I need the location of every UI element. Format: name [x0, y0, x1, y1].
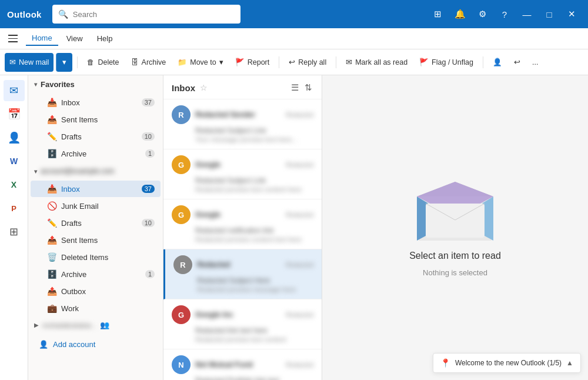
email-list-item[interactable]: R Redacted Sender Redacted Redacted Subj… [163, 99, 322, 149]
delete-button[interactable]: 🗑 Delete [82, 53, 123, 72]
account-chevron-icon: ▾ [34, 168, 37, 175]
second-account-header[interactable]: ▶ mohadabubakar... 👥 [28, 317, 163, 333]
report-icon: 🚩 [235, 58, 245, 66]
email-subject: Redacted notification link [172, 226, 313, 235]
more-button[interactable]: ... [527, 53, 543, 72]
report-button[interactable]: 🚩 Report [230, 53, 275, 72]
sidebar-item-outbox[interactable]: 📤 Outbox [31, 283, 161, 299]
drafts-fav-icon: ✏️ [47, 132, 56, 141]
people-nav-icon[interactable]: 👤 [4, 127, 25, 148]
favorites-label: Favorites [41, 80, 75, 89]
email-sender: Google Inc [195, 311, 281, 319]
email-list-item[interactable]: G Google Inc Redacted Redacted link text… [163, 299, 322, 349]
add-account-button[interactable]: 👤 Add account [31, 335, 161, 354]
hamburger-menu-button[interactable] [5, 31, 21, 47]
search-input[interactable] [73, 10, 235, 19]
new-mail-dropdown[interactable]: ▾ [56, 53, 72, 72]
sidebar-item-drafts[interactable]: ✏️ Drafts 10 [31, 215, 161, 231]
flag-unflag-button[interactable]: 🚩 Flag / Unflag [415, 53, 478, 72]
apps-nav-icon[interactable]: ⊞ [4, 221, 25, 242]
settings-icon-button[interactable]: ⚙ [473, 5, 492, 24]
email-list-item[interactable]: G Google Redacted Redacted notification … [163, 199, 322, 249]
email-list-item[interactable]: G Google Redacted Redacted Subject Link … [163, 149, 322, 199]
word-nav-icon[interactable]: W [4, 151, 25, 172]
sent-fav-icon: 📤 [47, 115, 56, 124]
email-subject: Redacted Subject Here [173, 276, 313, 285]
bell-icon-button[interactable]: 🔔 [450, 5, 469, 24]
sidebar-item-sent-fav[interactable]: 📤 Sent Items [31, 111, 161, 128]
main-area: ✉ 📅 👤 W X P ⊞ ▾ Favorites 📥 Inbox 37 📤 S… [0, 75, 588, 380]
sidebar-item-junk[interactable]: 🚫 Junk Email [31, 198, 161, 214]
immersive-reader-button[interactable]: 👤 [488, 53, 507, 72]
calendar-nav-icon[interactable]: 📅 [4, 104, 25, 125]
email-time: Redacted [286, 361, 313, 368]
inbox-fav-icon: 📥 [47, 98, 56, 107]
menu-view[interactable]: View [61, 32, 89, 45]
mark-all-read-button[interactable]: ✉ Mark all as read [341, 53, 412, 72]
work-icon: 💼 [47, 304, 56, 313]
sidebar-item-deleted[interactable]: 🗑️ Deleted Items [31, 249, 161, 265]
powerpoint-nav-icon[interactable]: P [4, 198, 25, 219]
maximize-button[interactable]: □ [540, 5, 559, 24]
close-button[interactable]: ✕ [562, 5, 581, 24]
delete-icon: 🗑 [87, 58, 95, 66]
sidebar-item-work[interactable]: 💼 Work [31, 300, 161, 316]
excel-nav-icon[interactable]: X [4, 174, 25, 195]
email-list-item[interactable]: N Net Mutual Fund Redacted Redacted Port… [163, 349, 322, 380]
outbox-icon: 📤 [47, 286, 56, 296]
email-sender: Redacted Sender [195, 111, 281, 119]
flag-icon: 🚩 [419, 58, 429, 66]
reply-all-button[interactable]: ↩ Reply all [284, 53, 331, 72]
favorites-chevron-icon: ▾ [34, 81, 37, 88]
sidebar-item-sent[interactable]: 📤 Sent Items [31, 232, 161, 248]
sidebar-item-inbox[interactable]: 📥 Inbox 37 [31, 181, 161, 197]
archive-icon: 🗄 [131, 58, 139, 66]
welcome-text: Welcome to the new Outlook (1/5) [455, 359, 562, 367]
welcome-bar[interactable]: 📍 Welcome to the new Outlook (1/5) ▲ [433, 353, 581, 373]
menu-home[interactable]: Home [26, 31, 58, 46]
sidebar-item-archive[interactable]: 🗄️ Archive 1 [31, 266, 161, 282]
archive-button[interactable]: 🗄 Archive [126, 53, 171, 72]
email-filter-icon[interactable]: ☰ [290, 81, 300, 94]
email-preview: Redacted preview message here [173, 286, 313, 293]
email-list-scroll[interactable]: R Redacted Sender Redacted Redacted Subj… [163, 99, 322, 380]
email-list-item[interactable]: R Redacted Redacted Redacted Subject Her… [163, 249, 322, 299]
email-sender: Google [195, 161, 281, 169]
sidebar-item-archive-fav[interactable]: 🗄️ Archive 1 [31, 145, 161, 162]
apps-icon-button[interactable]: ⊞ [428, 5, 447, 24]
inbox-star-icon[interactable]: ☆ [200, 83, 208, 92]
second-account-email: mohadabubakar... [42, 322, 96, 329]
reading-pane-subtitle: Nothing is selected [423, 268, 487, 277]
search-box[interactable]: 🔍 [52, 5, 240, 24]
avatar: G [172, 305, 191, 324]
titlebar: Outlook 🔍 ⊞ 🔔 ⚙ ? — □ ✕ [0, 0, 588, 28]
inbox-icon: 📥 [47, 184, 56, 194]
email-sender: Google [195, 211, 281, 219]
email-list-header-actions: ☰ ⇅ [290, 81, 313, 94]
favorites-section-header[interactable]: ▾ Favorites [28, 75, 163, 94]
help-icon-button[interactable]: ? [495, 5, 514, 24]
email-sender: Net Mutual Fund [195, 361, 281, 369]
email-list-header: Inbox ☆ ☰ ⇅ [163, 75, 322, 99]
minimize-button[interactable]: — [517, 5, 536, 24]
new-mail-button[interactable]: ✉ New mail [5, 53, 54, 72]
email-sender: Redacted [197, 261, 281, 269]
email-sort-icon[interactable]: ⇅ [303, 81, 313, 94]
email-time: Redacted [286, 111, 313, 118]
title-icons: ⊞ 🔔 ⚙ ? — □ ✕ [428, 5, 581, 24]
sidebar-item-inbox-fav[interactable]: 📥 Inbox 37 [31, 94, 161, 111]
move-icon: 📁 [178, 58, 187, 66]
sidebar-item-drafts-fav[interactable]: ✏️ Drafts 10 [31, 128, 161, 145]
undo-button[interactable]: ↩ [509, 53, 525, 72]
add-account-icon: 👤 [39, 340, 48, 349]
mail-nav-icon[interactable]: ✉ [4, 80, 25, 101]
second-account-person-icon: 👥 [100, 321, 109, 329]
menu-help[interactable]: Help [91, 32, 119, 45]
account-section-header[interactable]: ▾ account@example.com [28, 162, 163, 180]
undo-icon: ↩ [514, 58, 520, 66]
email-subject: Redacted Subject Link [172, 176, 313, 185]
email-time: Redacted [286, 211, 313, 218]
email-preview: Redacted preview text content [172, 336, 313, 343]
welcome-chevron-icon[interactable]: ▲ [566, 359, 573, 367]
move-to-button[interactable]: 📁 Move to ▾ [173, 53, 228, 72]
